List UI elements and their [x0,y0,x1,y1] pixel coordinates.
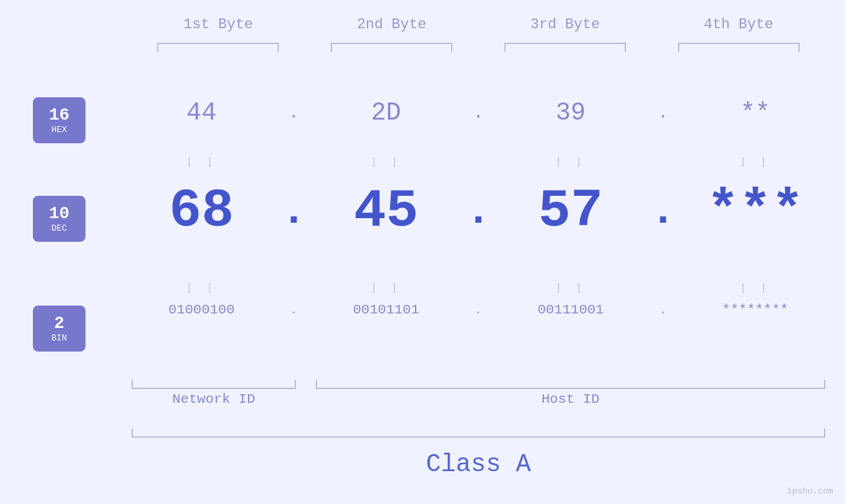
full-bottom-bracket [132,428,825,438]
label-gap [296,392,316,407]
bin-dot-3: . [650,304,676,317]
hex-dot-1: . [281,103,307,123]
hex-b1: 44 [141,99,262,127]
hex-b2: 2D [326,99,447,127]
bin-row: 01000100 . 00101101 . 00111001 . *******… [132,302,825,317]
hex-dot-2: . [465,103,491,123]
eq2-b1: | | [141,283,262,294]
badge-dec-label: DEC [51,223,66,233]
network-id-label: Network ID [132,392,296,407]
badge-hex-num: 16 [49,106,69,125]
eq1-b2: | | [326,156,447,168]
dec-dot-1: . [281,187,307,236]
dec-b4: *** [694,181,816,242]
byte-header-1: 1st Byte [146,16,291,33]
eq2-b4: | | [694,283,816,294]
byte-header-4: 4th Byte [666,16,811,33]
network-bracket [132,380,296,389]
hex-b3: 39 [510,99,631,127]
byte-header-3: 3rd Byte [493,16,637,33]
top-bracket-3 [504,43,626,52]
bin-dot-1: . [281,304,307,317]
dec-b3: 57 [510,181,631,242]
host-bracket [316,380,825,389]
eq1-b4: | | [694,156,816,168]
badge-dec: 10 DEC [33,196,85,242]
equals-row-1: | | | | | | | | [132,156,825,168]
byte-header-2: 2nd Byte [320,16,464,33]
badge-bin-label: BIN [51,333,66,343]
equals-row-2: | | | | | | | | [132,283,825,294]
page: 1st Byte 2nd Byte 3rd Byte 4th Byte 16 H… [0,0,845,504]
eq1-b1: | | [141,156,262,168]
badge-bin-num: 2 [54,314,64,333]
hex-row: 44 . 2D . 39 . ** [132,99,825,127]
watermark: ipshu.com [787,486,833,496]
dec-row: 68 . 45 . 57 . *** [132,181,825,242]
badge-dec-num: 10 [49,204,69,223]
bin-b2: 00101101 [326,302,447,317]
badge-hex: 16 HEX [33,97,85,143]
class-label: Class A [132,450,825,478]
hex-b4: ** [694,99,816,127]
hex-dot-3: . [650,103,676,123]
top-bracket-1 [157,43,279,52]
host-id-label: Host ID [316,392,825,407]
bottom-label-row: Network ID Host ID [132,392,825,407]
badge-bin: 2 BIN [33,306,85,352]
eq2-b3: | | [510,283,631,294]
eq2-b2: | | [326,283,447,294]
bin-b3: 00111001 [510,302,631,317]
bracket-gap [296,380,316,389]
top-bracket-4 [678,43,800,52]
dec-dot-2: . [465,187,491,236]
bin-b1: 01000100 [141,302,262,317]
top-bracket-2 [331,43,452,52]
dec-b1: 68 [141,181,262,242]
byte-headers: 1st Byte 2nd Byte 3rd Byte 4th Byte [132,16,825,33]
bottom-bracket-row [132,380,825,389]
bin-dot-2: . [465,304,491,317]
dec-dot-3: . [650,187,676,236]
bin-b4: ******** [694,302,816,317]
badge-hex-label: HEX [51,125,66,135]
eq1-b3: | | [510,156,631,168]
dec-b2: 45 [326,181,447,242]
top-bracket-row [132,43,825,52]
